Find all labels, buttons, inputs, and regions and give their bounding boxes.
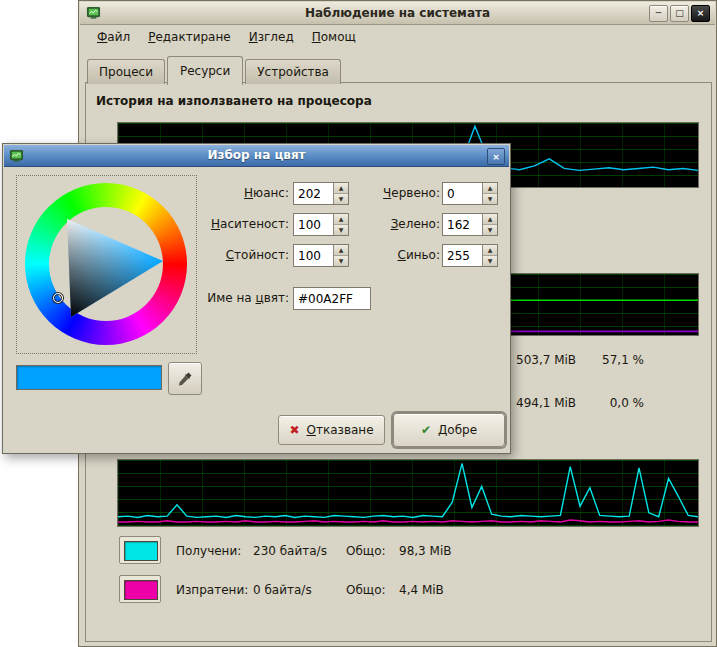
swap-percent: 0,0 % xyxy=(586,396,644,410)
green-spinbox: ▲ ▼ xyxy=(442,213,498,236)
red-label: Червено: xyxy=(353,186,440,200)
tab-devices[interactable]: Устройства xyxy=(245,59,341,84)
ok-button[interactable]: ✔ Добре xyxy=(393,413,505,447)
minimize-button[interactable]: ─ xyxy=(649,5,668,22)
cancel-button[interactable]: ✖ Отказване xyxy=(278,415,385,445)
saturation-steppers: ▲ ▼ xyxy=(333,214,348,235)
close-button[interactable]: × xyxy=(691,5,710,22)
hue-up-button[interactable]: ▲ xyxy=(334,183,348,194)
maximize-button[interactable]: □ xyxy=(670,5,689,22)
spin-up-icon: ▲ xyxy=(488,185,493,191)
hue-label: Нюанс: xyxy=(169,186,289,200)
spin-down-icon: ▼ xyxy=(488,258,493,264)
tab-resources[interactable]: Ресурси xyxy=(167,56,243,85)
green-steppers: ▲ ▼ xyxy=(482,214,497,235)
red-spinbox: ▲ ▼ xyxy=(442,182,498,205)
saturation-input[interactable] xyxy=(294,214,333,235)
ok-label: Добре xyxy=(438,423,477,437)
spin-down-icon: ▼ xyxy=(339,227,344,233)
sent-rate: 0 байта/s xyxy=(253,583,312,597)
dialog-close-button[interactable]: × xyxy=(487,148,505,165)
saturation-value-triangle[interactable] xyxy=(25,183,187,345)
red-up-button[interactable]: ▲ xyxy=(483,183,497,194)
memory-percent: 57,1 % xyxy=(586,353,644,367)
hue-spinbox: ▲ ▼ xyxy=(293,182,349,205)
blue-up-button[interactable]: ▲ xyxy=(483,245,497,256)
spin-down-icon: ▼ xyxy=(339,258,344,264)
green-up-button[interactable]: ▲ xyxy=(483,214,497,225)
maximize-icon: □ xyxy=(675,9,684,18)
spin-down-icon: ▼ xyxy=(339,196,344,202)
green-input[interactable] xyxy=(443,214,482,235)
menubar: Файл Редактиране Изглед Помощ xyxy=(80,25,715,48)
green-label: Зелено: xyxy=(353,217,440,231)
swap-amount: 494,1 MiB xyxy=(516,396,576,410)
spin-down-icon: ▼ xyxy=(488,227,493,233)
sent-total-label: Общо: xyxy=(346,583,386,597)
eyedropper-icon xyxy=(176,370,194,388)
saturation-down-button[interactable]: ▼ xyxy=(334,225,348,235)
value-spinbox: ▲ ▼ xyxy=(293,244,349,267)
received-legend-row: Получени: 230 байта/s Общо: 98,3 MiB xyxy=(86,544,711,560)
color-preview xyxy=(16,365,162,390)
menu-edit[interactable]: Редактиране xyxy=(139,27,240,47)
cpu-history-heading: История на използването на процесора xyxy=(96,94,372,108)
color-picker-dialog: Избор на цвят × xyxy=(2,143,511,454)
dialog-titlebar[interactable]: Избор на цвят × xyxy=(4,145,509,167)
spin-up-icon: ▲ xyxy=(339,247,344,253)
network-sent-line xyxy=(118,520,698,522)
red-down-button[interactable]: ▼ xyxy=(483,194,497,204)
value-down-button[interactable]: ▼ xyxy=(334,256,348,266)
minimize-icon: ─ xyxy=(656,9,661,18)
received-label: Получени: xyxy=(176,544,241,558)
spin-up-icon: ▲ xyxy=(488,247,493,253)
blue-input[interactable] xyxy=(443,245,482,266)
blue-steppers: ▲ ▼ xyxy=(482,245,497,266)
hue-input[interactable] xyxy=(294,183,333,204)
desktop: Наблюдение на системата ─ □ × Файл Редак… xyxy=(0,0,717,647)
value-label: Стойност: xyxy=(169,248,289,262)
value-steppers: ▲ ▼ xyxy=(333,245,348,266)
window-controls: ─ □ × xyxy=(649,5,710,22)
cancel-x-icon: ✖ xyxy=(289,424,299,436)
menu-view[interactable]: Изглед xyxy=(240,27,303,47)
red-steppers: ▲ ▼ xyxy=(482,183,497,204)
received-rate: 230 байта/s xyxy=(253,544,327,558)
green-down-button[interactable]: ▼ xyxy=(483,225,497,235)
blue-spinbox: ▲ ▼ xyxy=(442,244,498,267)
red-input[interactable] xyxy=(443,183,482,204)
saturation-label: Наситеност: xyxy=(169,217,289,231)
received-total-label: Общо: xyxy=(346,544,386,558)
sent-total: 4,4 MiB xyxy=(399,583,444,597)
value-up-button[interactable]: ▲ xyxy=(334,245,348,256)
tab-processes[interactable]: Процеси xyxy=(87,59,165,84)
network-received-line xyxy=(118,463,698,517)
spin-down-icon: ▼ xyxy=(488,196,493,202)
memory-amount: 503,7 MiB xyxy=(516,353,576,367)
close-icon: × xyxy=(697,9,705,18)
sent-legend-row: Изпратени: 0 байта/s Общо: 4,4 MiB xyxy=(86,583,711,599)
menu-file[interactable]: Файл xyxy=(88,27,139,47)
sent-label: Изпратени: xyxy=(176,583,248,597)
saturation-up-button[interactable]: ▲ xyxy=(334,214,348,225)
color-name-label: Име на цвят: xyxy=(169,291,289,305)
value-input[interactable] xyxy=(294,245,333,266)
ok-check-icon: ✔ xyxy=(421,424,431,436)
blue-label: Синьо: xyxy=(353,248,440,262)
eyedropper-button[interactable] xyxy=(168,362,202,395)
hue-steppers: ▲ ▼ xyxy=(333,183,348,204)
spin-up-icon: ▲ xyxy=(339,185,344,191)
hue-ring-marker[interactable] xyxy=(53,293,63,303)
blue-down-button[interactable]: ▼ xyxy=(483,256,497,266)
hue-ring[interactable] xyxy=(25,183,187,345)
saturation-spinbox: ▲ ▼ xyxy=(293,213,349,236)
hue-down-button[interactable]: ▼ xyxy=(334,194,348,204)
notebook-tabs: Процеси Ресурси Устройства xyxy=(87,54,343,84)
menu-help[interactable]: Помощ xyxy=(303,27,365,47)
main-window-title: Наблюдение на системата xyxy=(80,6,715,20)
main-titlebar[interactable]: Наблюдение на системата ─ □ × xyxy=(80,2,715,25)
spin-up-icon: ▲ xyxy=(339,216,344,222)
dialog-title: Избор на цвят xyxy=(4,148,509,162)
received-total: 98,3 MiB xyxy=(399,544,451,558)
color-name-input[interactable] xyxy=(293,287,371,310)
